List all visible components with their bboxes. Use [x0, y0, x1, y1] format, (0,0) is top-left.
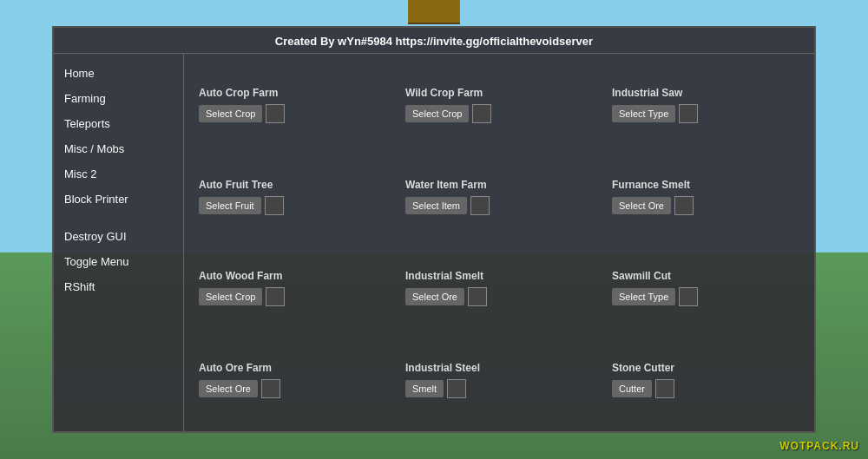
cell-controls-5: Select Ore: [612, 196, 694, 215]
sidebar-item-4[interactable]: Misc 2: [54, 163, 183, 185]
color-box-5[interactable]: [674, 196, 694, 215]
cell-title-4: Water Item Farm: [405, 179, 487, 191]
sidebar-item-0[interactable]: Home: [54, 62, 183, 84]
cell-title-11: Stone Cutter: [612, 362, 674, 374]
color-box-4[interactable]: [470, 196, 490, 215]
grid-cell-3: Auto Fruit TreeSelect Fruit: [189, 151, 396, 243]
grid-cell-4: Water Item FarmSelect Item: [396, 151, 602, 243]
cell-controls-10: Smelt: [405, 379, 466, 398]
header-text: Created By wYn#5984 https://invite.gg/of…: [54, 28, 814, 54]
cell-title-3: Auto Fruit Tree: [199, 179, 273, 191]
grid-cell-9: Auto Ore FarmSelect Ore: [189, 334, 396, 426]
grid-cell-6: Auto Wood FarmSelect Crop: [189, 243, 396, 335]
color-box-11[interactable]: [655, 379, 674, 398]
cell-controls-0: Select Crop: [199, 104, 285, 123]
sidebar-item-2[interactable]: Teleports: [54, 113, 183, 134]
cell-title-8: Sawmill Cut: [612, 270, 671, 282]
color-box-6[interactable]: [266, 287, 285, 306]
cell-title-9: Auto Ore Farm: [199, 362, 272, 374]
sidebar-item-3[interactable]: Misc / Mobs: [54, 138, 183, 160]
gui-container: Created By wYn#5984 https://invite.gg/of…: [52, 26, 816, 433]
body-area: HomeFarmingTeleportsMisc / MobsMisc 2Blo…: [54, 54, 814, 431]
select-btn-8[interactable]: Select Type: [612, 288, 675, 305]
select-btn-4[interactable]: Select Item: [405, 197, 467, 214]
cell-controls-4: Select Item: [405, 196, 490, 215]
cell-controls-7: Select Ore: [405, 287, 487, 306]
select-btn-1[interactable]: Select Crop: [405, 105, 469, 122]
grid-cell-10: Industrial SteelSmelt: [396, 334, 602, 426]
color-box-1[interactable]: [472, 104, 491, 123]
color-box-9[interactable]: [261, 379, 280, 398]
color-box-3[interactable]: [265, 196, 284, 215]
sidebar-item-9[interactable]: RShift: [54, 276, 183, 298]
grid-cell-5: Furnance SmeltSelect Ore: [602, 151, 809, 243]
sidebar-item-1[interactable]: Farming: [54, 88, 183, 109]
cell-title-2: Industrial Saw: [612, 87, 682, 99]
cell-controls-3: Select Fruit: [199, 196, 284, 215]
cell-controls-1: Select Crop: [405, 104, 491, 123]
select-btn-11[interactable]: Cutter: [612, 380, 652, 397]
cell-controls-8: Select Type: [612, 287, 698, 306]
color-box-2[interactable]: [679, 104, 698, 123]
sidebar-item-8[interactable]: Toggle Menu: [54, 251, 183, 272]
grid-cell-11: Stone CutterCutter: [602, 334, 809, 426]
sidebar: HomeFarmingTeleportsMisc / MobsMisc 2Blo…: [54, 54, 184, 431]
cell-controls-6: Select Crop: [199, 287, 285, 306]
select-btn-10[interactable]: Smelt: [405, 380, 444, 397]
color-box-8[interactable]: [679, 287, 698, 306]
cell-controls-9: Select Ore: [199, 379, 280, 398]
cell-title-6: Auto Wood Farm: [199, 270, 282, 282]
wotpack-badge: WOTPACK.RU: [779, 440, 859, 452]
select-btn-7[interactable]: Select Ore: [405, 288, 464, 305]
cell-controls-11: Cutter: [612, 379, 674, 398]
grid-cell-2: Industrial SawSelect Type: [602, 59, 809, 151]
color-box-0[interactable]: [266, 104, 285, 123]
select-btn-2[interactable]: Select Type: [612, 105, 675, 122]
grid-cell-0: Auto Crop FarmSelect Crop: [189, 59, 396, 151]
select-btn-9[interactable]: Select Ore: [199, 380, 258, 397]
minecraft-character-hat: [408, 0, 460, 24]
color-box-10[interactable]: [447, 379, 466, 398]
cell-title-5: Furnance Smelt: [612, 179, 690, 191]
select-btn-3[interactable]: Select Fruit: [199, 197, 261, 214]
cell-title-7: Industrial Smelt: [405, 270, 483, 282]
grid-cell-7: Industrial SmeltSelect Ore: [396, 243, 602, 335]
sidebar-item-5[interactable]: Block Printer: [54, 188, 183, 210]
color-box-7[interactable]: [468, 287, 487, 306]
cell-title-10: Industrial Steel: [405, 362, 480, 374]
grid-cell-8: Sawmill CutSelect Type: [602, 243, 809, 335]
sidebar-item-7[interactable]: Destroy GUI: [54, 226, 183, 247]
cell-title-1: Wild Crop Farm: [405, 87, 483, 99]
grid-cell-1: Wild Crop FarmSelect Crop: [396, 59, 602, 151]
select-btn-5[interactable]: Select Ore: [612, 197, 671, 214]
select-btn-6[interactable]: Select Crop: [199, 288, 262, 305]
cell-controls-2: Select Type: [612, 104, 698, 123]
main-grid: Auto Crop FarmSelect CropWild Crop FarmS…: [184, 54, 814, 431]
select-btn-0[interactable]: Select Crop: [199, 105, 262, 122]
cell-title-0: Auto Crop Farm: [199, 87, 278, 99]
sidebar-item-6: [54, 213, 183, 222]
